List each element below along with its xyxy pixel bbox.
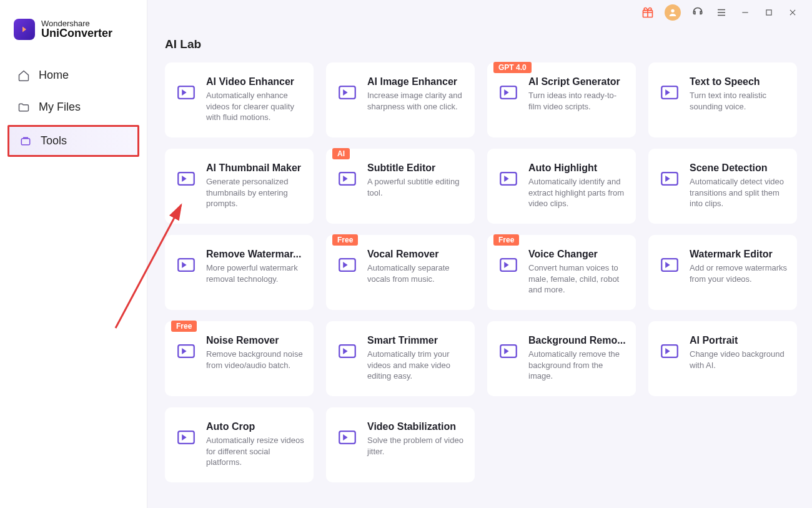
- tool-card-background-remover[interactable]: Background Remo... Automatically remove …: [487, 321, 636, 396]
- tool-title: AI Script Generator: [528, 76, 627, 87]
- tool-badge: GPT 4.0: [493, 62, 532, 73]
- tool-card-subtitle-editor[interactable]: AI Subtitle Editor A powerful subtitle e…: [326, 149, 475, 224]
- tool-badge: AI: [332, 148, 350, 159]
- sidebar-item-label: Home: [39, 69, 69, 82]
- voice-changer-icon: [496, 252, 521, 277]
- app-logo: Wondershare UniConverter: [0, 19, 147, 59]
- vocal-icon: [335, 252, 360, 277]
- tool-title: Vocal Remover: [367, 249, 466, 260]
- tool-card-ai-video-enhancer[interactable]: AI Video Enhancer Automatically enhance …: [165, 62, 314, 137]
- tool-title: Noise Remover: [206, 335, 305, 346]
- sidebar-item-home[interactable]: Home: [7, 61, 139, 89]
- sidebar-item-label: Tools: [41, 134, 67, 147]
- tool-badge: Free: [332, 234, 358, 246]
- tool-card-auto-highlight[interactable]: Auto Highlight Automatically identify an…: [487, 149, 636, 224]
- tool-description: Remove background noise from video/audio…: [206, 349, 305, 371]
- tool-description: Solve the problem of video jitter.: [367, 435, 466, 457]
- tool-card-ai-portrait[interactable]: AI Portrait Change video background with…: [648, 321, 797, 396]
- tool-card-ai-image-enhancer[interactable]: AI Image Enhancer Increase image clarity…: [326, 62, 475, 137]
- tool-description: Convert human voices to male, female, ch…: [528, 262, 627, 296]
- tool-description: Increase image clarity and sharpness wit…: [367, 90, 466, 112]
- tool-title: Auto Highlight: [528, 162, 627, 174]
- tool-card-video-stabilization[interactable]: Video Stabilization Solve the problem of…: [326, 407, 475, 482]
- tool-description: Automatically identify and extract highl…: [528, 176, 627, 209]
- logo-mark-icon: [14, 19, 35, 40]
- tool-description: Automatically enhance videos for clearer…: [206, 90, 305, 123]
- script-icon: [496, 80, 521, 105]
- tool-title: Video Stabilization: [367, 421, 466, 432]
- tool-title: Voice Changer: [528, 249, 627, 260]
- scene-icon: [657, 166, 682, 191]
- tool-card-auto-crop[interactable]: Auto Crop Automatically resize videos fo…: [165, 407, 314, 482]
- subtitle-icon: [335, 166, 360, 191]
- tool-card-scene-detection[interactable]: Scene Detection Automatically detect vid…: [648, 149, 797, 224]
- sidebar-item-tools[interactable]: Tools: [7, 125, 139, 157]
- tool-card-vocal-remover[interactable]: Free Vocal Remover Automatically separat…: [326, 235, 475, 310]
- image-enhance-icon: [335, 80, 360, 105]
- tool-title: AI Video Enhancer: [206, 76, 305, 87]
- tool-card-ai-script-generator[interactable]: GPT 4.0 AI Script Generator Turn ideas i…: [487, 62, 636, 137]
- tool-description: Automatically detect video transitions a…: [690, 176, 788, 209]
- tool-title: Smart Trimmer: [367, 335, 466, 346]
- tool-title: Remove Watermar...: [206, 249, 305, 260]
- tools-grid: AI Video Enhancer Automatically enhance …: [165, 62, 800, 482]
- tool-card-text-to-speech[interactable]: Text to Speech Turn text into realistic …: [648, 62, 797, 137]
- thumbnail-icon: [174, 166, 199, 191]
- svg-rect-3: [21, 138, 29, 144]
- sidebar-item-label: My Files: [39, 101, 81, 114]
- tool-description: Generate personalized thumbnails by ente…: [206, 176, 305, 209]
- home-icon: [17, 69, 30, 82]
- tools-icon: [19, 135, 32, 147]
- tool-description: Automatically resize videos for differen…: [206, 435, 305, 468]
- tool-badge: Free: [171, 321, 197, 332]
- tool-description: Turn text into realistic sounding voice.: [690, 90, 788, 112]
- tool-description: Change video background with AI.: [690, 349, 788, 371]
- portrait-icon: [657, 339, 682, 364]
- product-name: UniConverter: [41, 27, 112, 39]
- section-title: AI Lab: [165, 37, 800, 51]
- brand-name: Wondershare: [41, 19, 112, 28]
- tool-title: Scene Detection: [690, 162, 788, 174]
- tool-title: Subtitle Editor: [367, 162, 466, 174]
- remove-watermark-icon: [174, 252, 199, 277]
- highlight-icon: [496, 166, 521, 191]
- tool-card-ai-thumbnail-maker[interactable]: AI Thumbnail Maker Generate personalized…: [165, 149, 314, 224]
- video-enhance-icon: [174, 80, 199, 105]
- sidebar-item-my-files[interactable]: My Files: [7, 93, 139, 121]
- tool-card-smart-trimmer[interactable]: Smart Trimmer Automatically trim your vi…: [326, 321, 475, 396]
- main-content: AI Lab AI Video Enhancer Automatically e…: [147, 0, 812, 508]
- tool-card-watermark-editor[interactable]: Watermark Editor Add or remove watermark…: [648, 235, 797, 310]
- tool-card-voice-changer[interactable]: Free Voice Changer Convert human voices …: [487, 235, 636, 310]
- tool-title: Auto Crop: [206, 421, 305, 432]
- tool-description: Add or remove watermarks from your video…: [690, 262, 788, 284]
- tool-badge: Free: [493, 234, 519, 246]
- tool-title: Watermark Editor: [690, 249, 788, 260]
- bg-remove-icon: [496, 339, 521, 364]
- tool-description: A powerful subtitle editing tool.: [367, 176, 466, 198]
- folder-icon: [17, 101, 30, 114]
- tool-card-remove-watermark[interactable]: Remove Watermar... More powerful waterma…: [165, 235, 314, 310]
- trimmer-icon: [335, 339, 360, 364]
- tool-description: Automatically remove the background from…: [528, 349, 627, 382]
- tool-title: AI Portrait: [690, 335, 788, 346]
- watermark-editor-icon: [657, 252, 682, 277]
- tool-description: Automatically trim your videos and make …: [367, 349, 466, 382]
- tool-description: Turn ideas into ready-to-film video scri…: [528, 90, 627, 112]
- tool-title: AI Image Enhancer: [367, 76, 466, 87]
- tool-title: Background Remo...: [528, 335, 627, 346]
- tool-card-noise-remover[interactable]: Free Noise Remover Remove background noi…: [165, 321, 314, 396]
- tool-title: AI Thumbnail Maker: [206, 162, 305, 174]
- sidebar: Wondershare UniConverter Home My Files T…: [0, 0, 147, 508]
- tts-icon: [657, 80, 682, 105]
- tool-description: Automatically separate vocals from music…: [367, 262, 466, 284]
- tool-description: More powerful watermark removal technolo…: [206, 262, 305, 284]
- tool-title: Text to Speech: [690, 76, 788, 87]
- stabilize-icon: [335, 425, 360, 450]
- crop-icon: [174, 425, 199, 450]
- noise-icon: [174, 339, 199, 364]
- sidebar-nav: Home My Files Tools: [0, 59, 147, 163]
